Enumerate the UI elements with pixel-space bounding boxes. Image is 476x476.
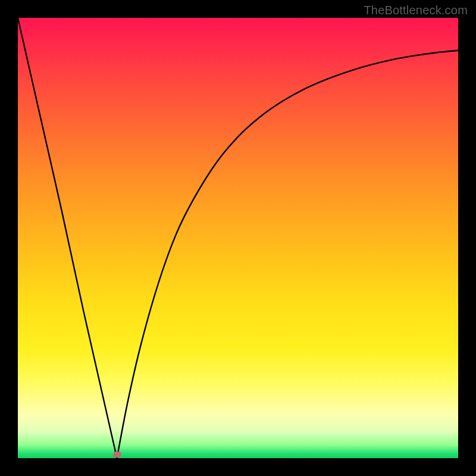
curve-layer (18, 18, 458, 458)
optimum-marker (113, 452, 121, 458)
watermark-text: TheBottleneck.com (364, 4, 468, 17)
bottleneck-curve (18, 18, 458, 458)
chart-frame: TheBottleneck.com (0, 0, 476, 476)
plot-area (18, 18, 458, 458)
